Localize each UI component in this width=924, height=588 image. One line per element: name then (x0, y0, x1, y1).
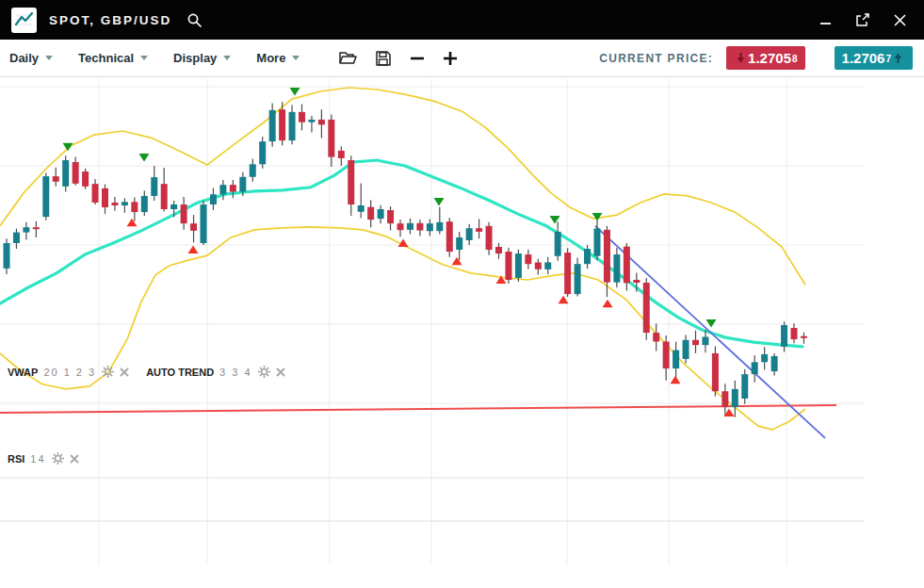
window-controls (819, 12, 913, 27)
autotrend-settings-gear-icon[interactable] (258, 366, 270, 378)
candle-body (82, 172, 89, 187)
candle-body (624, 247, 630, 284)
candle-body (613, 254, 620, 283)
zoom-out-icon[interactable] (410, 51, 425, 66)
buy-triangle-icon (671, 376, 681, 384)
candle-body (170, 204, 177, 209)
menu-display-label: Display (173, 51, 217, 65)
candle-body (4, 243, 10, 269)
zoom-in-icon[interactable] (443, 51, 458, 66)
candle-body (367, 207, 374, 220)
minimize-button[interactable] (819, 13, 833, 26)
candle-body (505, 252, 511, 280)
candle-body (486, 226, 493, 250)
save-icon[interactable] (375, 50, 392, 67)
candle-body (564, 253, 571, 294)
sell-triangle-icon (706, 319, 717, 328)
candle-body (338, 151, 345, 158)
candle-body (230, 185, 236, 191)
candle-body (673, 351, 679, 368)
candle-body (299, 112, 305, 122)
candle-body (378, 209, 384, 219)
chart-canvas[interactable] (0, 77, 924, 588)
candle-body (643, 283, 650, 333)
candle-body (210, 194, 217, 204)
sell-triangle-icon (290, 88, 300, 96)
candle-body (476, 228, 482, 232)
candle-body (279, 109, 285, 140)
close-button[interactable] (893, 13, 907, 27)
vwap-remove-icon[interactable] (120, 368, 129, 377)
candle-body (604, 230, 610, 283)
bollinger-upper-line (0, 88, 805, 285)
rsi-label: RSI (8, 453, 24, 465)
window-titlebar: SPOT, GBP/USD (0, 0, 924, 40)
candle-body (53, 176, 59, 182)
rsi-settings-gear-icon[interactable] (52, 452, 64, 465)
vwap-settings-gear-icon[interactable] (102, 366, 114, 378)
menu-technical[interactable]: Technical (78, 51, 148, 65)
candle-body (741, 374, 748, 399)
candle-body (692, 340, 699, 345)
candle-body (318, 120, 325, 124)
candle-body (33, 227, 40, 229)
candle-body (13, 233, 20, 243)
candle-body (683, 340, 689, 359)
open-folder-icon[interactable] (338, 50, 357, 66)
candle-body (289, 112, 296, 140)
candle-body (42, 176, 49, 217)
indicator-legend-row: VWAP 20 1 2 3 AUTO TREND 3 3 4 (8, 366, 285, 378)
candle-body (575, 264, 581, 294)
candle-body (791, 328, 798, 339)
candle-body (761, 354, 768, 362)
candle-body (111, 203, 118, 205)
buy-triangle-icon (452, 257, 462, 266)
menu-display[interactable]: Display (173, 51, 231, 65)
auto-trendline-red[interactable] (0, 405, 836, 413)
candle-body (62, 160, 69, 187)
candle-body (407, 223, 413, 230)
candle-body (732, 389, 738, 407)
rsi-remove-icon[interactable] (70, 454, 79, 464)
chevron-down-icon (140, 56, 148, 60)
window-title: SPOT, GBP/USD (49, 13, 171, 27)
chart-toolbar: Daily Technical Display More CUR (0, 40, 924, 77)
candle-body (721, 391, 728, 407)
chevron-down-icon (45, 56, 53, 60)
candle-body (122, 202, 128, 205)
candle-body (781, 325, 787, 347)
candle-body (92, 184, 99, 203)
menu-interval[interactable]: Daily (9, 51, 53, 65)
chart-area: VWAP 20 1 2 3 AUTO TREND 3 3 4 (0, 77, 924, 588)
candle-body (544, 262, 551, 269)
chevron-down-icon (223, 56, 231, 60)
popout-button[interactable] (855, 12, 870, 27)
candle-body (594, 229, 601, 256)
candle-body (239, 177, 246, 192)
candle-body (633, 280, 640, 283)
sell-triangle-icon (550, 216, 560, 224)
candle-body (181, 204, 187, 223)
candle-body (712, 353, 719, 391)
candle-body (446, 221, 453, 252)
menu-more[interactable]: More (256, 51, 300, 65)
candle-body (102, 188, 108, 207)
buy-triangle-icon (603, 300, 613, 308)
candle-body (308, 120, 315, 122)
candle-body (456, 237, 462, 250)
candle-body (161, 184, 168, 209)
chevron-down-icon (292, 56, 300, 60)
autotrend-params: 3 3 4 (219, 367, 251, 378)
candle-body (663, 341, 670, 368)
candle-body (190, 223, 197, 231)
candle-body (427, 223, 433, 231)
candle-body (73, 162, 79, 184)
search-icon[interactable] (186, 12, 203, 28)
candle-body (269, 110, 276, 141)
autotrend-remove-icon[interactable] (276, 368, 285, 377)
candle-body (535, 262, 542, 269)
autotrend-label: AUTO TREND (146, 367, 214, 378)
vwap-legend: VWAP 20 1 2 3 (8, 366, 129, 378)
candle-body (358, 205, 365, 212)
arrow-down-icon (737, 53, 745, 63)
